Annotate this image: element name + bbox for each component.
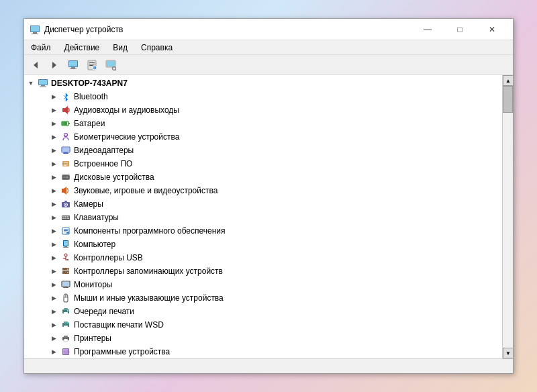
svg-rect-60 [64,232,66,232]
properties-button[interactable]: i [83,57,101,73]
bluetooth-label: Bluetooth [74,92,108,101]
mouse-expand[interactable]: ▶ [48,293,59,303]
tree-item-monitor[interactable]: ▶ Мониторы [24,278,502,291]
svg-marker-4 [34,62,38,68]
tree-item-keyboard[interactable]: ▶ Клавиатуры [24,211,502,224]
minimize-button[interactable]: — [412,19,443,40]
audio-expand[interactable]: ▶ [48,105,59,115]
svg-point-47 [65,204,66,205]
svg-point-95 [67,338,68,339]
tree-item-print-queue[interactable]: ▶ Очереди печати [24,305,502,318]
menu-view[interactable]: Вид [106,40,134,54]
tree-item-display[interactable]: ▶ Видеоадаптеры [24,144,502,157]
device-manager-icon-btn[interactable] [64,57,82,73]
bluetooth-expand[interactable]: ▶ [48,91,59,102]
storage-icon [60,266,71,277]
sound-expand[interactable]: ▶ [48,185,59,196]
tree-item-audio[interactable]: ▶ Аудиовходы и аудиовыходы [24,103,502,117]
svg-rect-3 [31,26,39,32]
svg-rect-50 [62,216,64,217]
tree-item-bluetooth[interactable]: ▶ Bluetooth [24,90,502,103]
firmware-expand[interactable]: ▶ [48,158,59,169]
scan-button[interactable] [102,57,119,73]
svg-rect-94 [64,339,68,342]
computer-expand[interactable]: ▶ [48,239,59,250]
mouse-icon [60,293,71,303]
svg-rect-31 [62,148,69,152]
menu-action[interactable]: Действие [58,40,107,54]
scroll-up-button[interactable]: ▲ [503,75,513,86]
toolbar: i [24,55,513,75]
tree-item-software-dev[interactable]: ▶ </> Программные устройства [24,345,502,358]
svg-rect-33 [63,153,68,154]
back-button[interactable] [27,57,44,73]
print-queue-expand[interactable]: ▶ [48,306,59,317]
forward-button[interactable] [46,57,63,73]
svg-rect-22 [41,85,45,87]
software-label: Компоненты программного обеспечения [74,226,226,236]
svg-rect-17 [107,61,115,66]
tree-item-mouse[interactable]: ▶ Мыши и иные указывающие устройства [24,291,502,305]
keyboard-expand[interactable]: ▶ [48,212,59,223]
svg-rect-52 [66,216,68,217]
monitor-expand[interactable]: ▶ [48,279,59,290]
scroll-track[interactable] [503,86,513,348]
tree-item-usb[interactable]: ▶ Контроллеры USB [24,251,502,264]
svg-text:+: + [67,232,68,235]
svg-rect-85 [64,308,68,310]
maximize-button[interactable]: □ [444,19,475,40]
svg-rect-55 [64,218,66,219]
tree-item-software[interactable]: ▶ + Компоненты программного обеспечения [24,224,502,238]
tree-item-biometric[interactable]: ▶ Биометрические устройства [24,130,502,144]
battery-label: Батареи [74,119,105,128]
tree-item-camera[interactable]: ▶ Камеры [24,197,502,211]
print-wsd-expand[interactable]: ▶ [48,320,59,330]
battery-expand[interactable]: ▶ [48,118,59,129]
menu-help[interactable]: Справка [134,40,179,54]
tree-item-computer[interactable]: ▶ Компьютер [24,238,502,251]
svg-rect-24 [62,108,65,112]
tree-item-battery[interactable]: ▶ Батареи [24,117,502,130]
storage-label: Контроллеры запоминающих устройств [74,266,223,276]
display-expand[interactable]: ▶ [48,145,59,156]
close-button[interactable]: ✕ [477,19,507,40]
svg-rect-65 [64,246,67,247]
camera-expand[interactable]: ▶ [48,199,59,209]
tree-item-firmware[interactable]: ▶ Встроенное ПО [24,157,502,170]
root-expand[interactable]: ▼ [26,78,36,89]
tree-root[interactable]: ▼ DESKTOP-743APN7 [24,77,502,90]
biometric-expand[interactable]: ▶ [48,132,59,142]
software-dev-expand[interactable]: ▶ [48,346,59,357]
mouse-label: Мыши и иные указывающие устройства [74,293,224,303]
svg-rect-58 [64,229,68,230]
tree-item-printer[interactable]: ▶ Принтеры [24,332,502,345]
scrollbar[interactable]: ▲ ▼ [502,75,513,358]
battery-icon [60,118,71,129]
tree-item-print-wsd[interactable]: ▶ Поставщик печати WSD [24,318,502,332]
disk-expand[interactable]: ▶ [48,172,59,183]
display-icon [60,145,71,156]
keyboard-icon [60,212,71,223]
scroll-thumb[interactable] [503,86,513,113]
menu-file[interactable]: Файл [24,40,58,54]
usb-expand[interactable]: ▶ [48,252,59,263]
svg-rect-21 [39,80,47,85]
tree-item-storage[interactable]: ▶ Контроллеры запоминающих устройств [24,264,502,278]
svg-rect-79 [64,287,67,287]
software-expand[interactable]: ▶ [48,226,59,236]
storage-expand[interactable]: ▶ [48,266,59,277]
svg-rect-78 [62,282,69,286]
content-area: ▼ DESKTOP-743APN7 ▶ [24,75,513,358]
print-wsd-icon [60,320,71,330]
scroll-down-button[interactable]: ▼ [503,348,513,358]
print-wsd-label: Поставщик печати WSD [74,320,164,330]
disk-label: Дисковые устройства [74,173,154,182]
svg-rect-37 [64,165,66,166]
svg-rect-1 [33,32,37,34]
device-tree[interactable]: ▼ DESKTOP-743APN7 ▶ [24,75,502,358]
window-controls: — □ ✕ [412,19,507,40]
tree-item-disk[interactable]: ▶ Дисковые устройства [24,170,502,184]
tree-item-sound[interactable]: ▶ Звуковые, игровые и видеоустройства [24,184,502,197]
title-bar-left: Диспетчер устройств [30,24,123,35]
printer-expand[interactable]: ▶ [48,333,59,344]
